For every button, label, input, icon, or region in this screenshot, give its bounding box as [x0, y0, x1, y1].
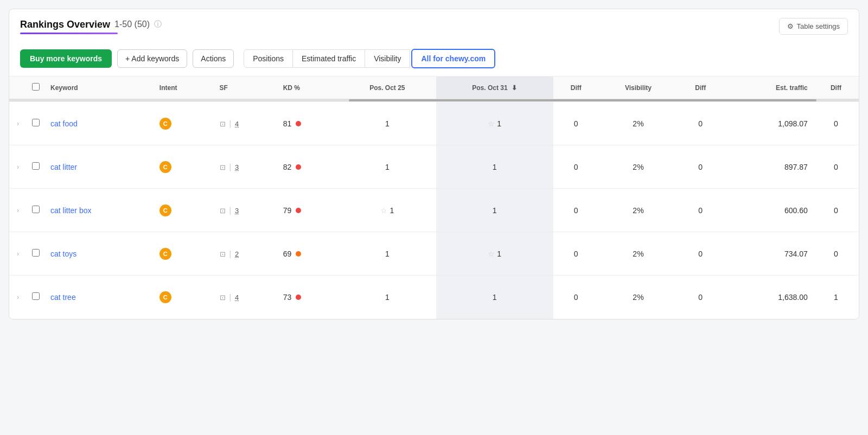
- sf-number: 4: [235, 293, 239, 302]
- pos-oct25-cell: 1: [339, 232, 436, 276]
- visibility-cell: 2%: [599, 145, 678, 189]
- diff-traffic-cell: 0: [813, 232, 859, 276]
- select-all-checkbox[interactable]: [32, 83, 40, 91]
- expand-button[interactable]: ›: [15, 291, 21, 303]
- est-traffic-value: 897.87: [784, 163, 808, 171]
- tab-all-for-chewy[interactable]: All for chewy.com: [411, 49, 495, 68]
- col-expand: [9, 76, 27, 99]
- diff-vis-cell: 0: [678, 276, 723, 319]
- diff-vis-cell: 0: [678, 102, 723, 145]
- pos-oct31-cell: 1: [436, 145, 553, 189]
- diff-traffic-cell: 1: [813, 276, 859, 319]
- est-traffic-cell: 897.87: [723, 145, 813, 189]
- col-pos-oct31-header[interactable]: Pos. Oct 31 ⬇: [436, 76, 553, 99]
- tab-positions[interactable]: Positions: [244, 49, 293, 68]
- col-visibility-header: Visibility: [599, 76, 678, 99]
- row-checkbox[interactable]: [32, 206, 40, 213]
- keyword-link[interactable]: cat tree: [50, 293, 76, 302]
- keyword-cell: cat tree: [45, 276, 154, 319]
- kd-difficulty-dot: [296, 208, 301, 213]
- info-icon[interactable]: ⓘ: [154, 20, 162, 29]
- pos-oct25-cell: ☆ 1: [339, 189, 436, 232]
- add-keywords-button[interactable]: + Add keywords: [117, 49, 187, 68]
- visibility-value: 2%: [633, 206, 643, 215]
- keyword-link[interactable]: cat litter box: [50, 206, 91, 215]
- col-est-traffic-header: Est. traffic: [723, 76, 813, 99]
- intent-cell: C: [154, 102, 214, 145]
- actions-button[interactable]: Actions: [193, 49, 234, 68]
- expand-cell: ›: [9, 145, 27, 189]
- col-checkbox: [27, 76, 45, 99]
- diff-traffic-cell: 0: [813, 145, 859, 189]
- pos-oct25-value: 1: [390, 206, 394, 215]
- col-sf-header: SF: [214, 76, 278, 99]
- diff-vis-value: 0: [698, 163, 703, 171]
- table-header-row: Keyword Intent SF KD % Pos. Oct 25 Pos. …: [9, 76, 859, 99]
- table-settings-button[interactable]: ⚙ Table settings: [779, 18, 848, 35]
- keyword-link[interactable]: cat food: [50, 119, 78, 128]
- kd-value: 73: [283, 293, 292, 302]
- diff-vis-value: 0: [698, 206, 703, 215]
- est-traffic-value: 1,638.00: [778, 293, 808, 302]
- page-title: Rankings Overview: [20, 19, 110, 30]
- diff-traffic-value: 0: [834, 250, 838, 258]
- tab-estimated-traffic[interactable]: Estimated traffic: [293, 49, 365, 68]
- col-pos-oct25-header[interactable]: Pos. Oct 25: [339, 76, 436, 99]
- expand-cell: ›: [9, 276, 27, 319]
- pos-oct31-cell: 1: [436, 189, 553, 232]
- est-traffic-cell: 1,098.07: [723, 102, 813, 145]
- sf-cell: ⊡ | 3: [214, 189, 278, 232]
- pos-oct31-cell: 1: [436, 276, 553, 319]
- sf-image-icon: ⊡: [220, 207, 226, 215]
- intent-badge: C: [159, 291, 171, 303]
- row-checkbox[interactable]: [32, 292, 40, 300]
- intent-cell: C: [154, 276, 214, 319]
- pos-oct25-value: 1: [385, 119, 390, 128]
- sf-cell: ⊡ | 3: [214, 145, 278, 189]
- intent-badge: C: [159, 161, 171, 173]
- est-traffic-value: 600.60: [784, 206, 808, 215]
- diff-pos-value: 0: [574, 206, 578, 215]
- visibility-value: 2%: [633, 163, 643, 171]
- visibility-cell: 2%: [599, 232, 678, 276]
- diff-pos-cell: 0: [553, 189, 599, 232]
- sf-cell: ⊡ | 2: [214, 232, 278, 276]
- kd-cell: 81: [278, 102, 339, 145]
- col-intent-header: Intent: [154, 76, 214, 99]
- keyword-link[interactable]: cat litter: [50, 163, 77, 171]
- diff-traffic-value: 0: [834, 206, 838, 215]
- kd-cell: 69: [278, 232, 339, 276]
- sf-number: 4: [235, 120, 239, 128]
- intent-cell: C: [154, 232, 214, 276]
- kd-difficulty-dot: [296, 121, 301, 126]
- diff-vis-cell: 0: [678, 189, 723, 232]
- expand-button[interactable]: ›: [15, 204, 21, 216]
- diff-traffic-cell: 0: [813, 102, 859, 145]
- keyword-cell: cat litter: [45, 145, 154, 189]
- row-checkbox[interactable]: [32, 119, 40, 126]
- expand-button[interactable]: ›: [15, 161, 21, 173]
- checkbox-cell: [27, 145, 45, 189]
- keyword-link[interactable]: cat toys: [50, 250, 76, 258]
- tab-visibility[interactable]: Visibility: [365, 49, 410, 68]
- expand-button[interactable]: ›: [15, 118, 21, 130]
- toolbar: Buy more keywords + Add keywords Actions…: [20, 41, 848, 76]
- table-row: › cat tree C ⊡ | 4 73 1 1: [9, 276, 859, 319]
- kd-value: 81: [283, 119, 292, 128]
- intent-cell: C: [154, 145, 214, 189]
- kd-cell: 82: [278, 145, 339, 189]
- buy-keywords-button[interactable]: Buy more keywords: [20, 49, 112, 68]
- diff-vis-cell: 0: [678, 145, 723, 189]
- row-checkbox[interactable]: [32, 162, 40, 170]
- pos-oct25-value: 1: [385, 293, 390, 302]
- keyword-cell: cat food: [45, 102, 154, 145]
- kd-difficulty-dot: [296, 164, 301, 170]
- expand-button[interactable]: ›: [15, 248, 21, 260]
- star-icon: ☆: [488, 119, 495, 128]
- rankings-table-wrapper: Keyword Intent SF KD % Pos. Oct 25 Pos. …: [9, 76, 859, 319]
- row-checkbox[interactable]: [32, 249, 40, 257]
- checkbox-cell: [27, 232, 45, 276]
- checkbox-cell: [27, 189, 45, 232]
- visibility-value: 2%: [633, 250, 643, 258]
- col-pos-oct31-label: Pos. Oct 31: [472, 84, 507, 92]
